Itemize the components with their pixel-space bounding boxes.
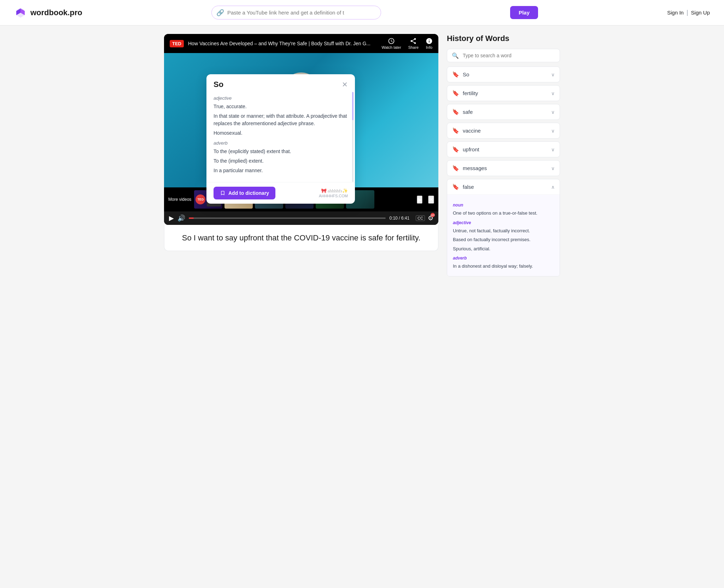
video-top-bar: TED How Vaccines Are Developed – and Why… [164, 34, 438, 53]
main-layout: TED How Vaccines Are Developed – and Why… [150, 25, 574, 288]
word-label-safe: safe [463, 109, 473, 115]
word-item-fertility: 🔖 fertility ∨ [447, 85, 560, 101]
false-expand-body: noun One of two options on a true-or-fal… [447, 195, 560, 276]
false-def-adj-2: Based on factually incorrect premises. [453, 236, 554, 243]
popup-body: adjective True, accurate. In that state … [206, 92, 355, 182]
word-item-upfront-header[interactable]: 🔖 upfront ∨ [447, 142, 560, 157]
word-item-vaccine-header[interactable]: 🔖 vaccine ∨ [447, 123, 560, 138]
word-label-vaccine: vaccine [463, 128, 481, 134]
popup-close-button[interactable]: ✕ [342, 80, 348, 89]
word-label-upfront: upfront [463, 146, 479, 152]
clock-icon [388, 37, 395, 45]
word-item-safe-header[interactable]: 🔖 safe ∨ [447, 104, 560, 120]
info-button[interactable]: Info [426, 37, 433, 50]
settings-button[interactable]: ⚙ HD [428, 214, 433, 222]
play-pause-button[interactable]: ▶ [169, 214, 174, 222]
watch-later-button[interactable]: Watch later [381, 37, 401, 50]
settings-badge: HD [431, 213, 435, 217]
word-label-messages: messages [463, 165, 487, 171]
video-title: How Vaccines Are Developed – and Why The… [188, 41, 377, 46]
link-icon: 🔗 [216, 9, 224, 17]
ted-badge: TED [170, 40, 184, 47]
auth-divider: | [687, 9, 688, 16]
logo-icon [14, 6, 27, 19]
false-noun-section: noun One of two options on a true-or-fal… [453, 203, 554, 217]
watermark-url: AHHHHFS.COM [319, 194, 348, 198]
word-label-so: So [463, 71, 469, 77]
chevron-messages: ∨ [551, 165, 555, 171]
word-label-fertility: fertility [463, 90, 478, 96]
info-icon [426, 37, 433, 45]
video-controls: ▶ 🔊 0:10 / 6:41 CC ⚙ HD [164, 211, 438, 225]
chevron-so: ∨ [551, 72, 555, 77]
volume-button[interactable]: 🔊 [177, 214, 185, 222]
def-text-1: True, accurate. [214, 103, 348, 110]
watermark-brand: 🎀 ahhhhfs✨ [319, 188, 348, 194]
progress-fill [189, 217, 194, 219]
false-pos-adj: adjective [453, 220, 554, 225]
false-def-adj-1: Untrue, not factual, factually incorrect… [453, 227, 554, 234]
youtube-link-input[interactable] [211, 6, 381, 19]
word-item-so: 🔖 So ∨ [447, 66, 560, 82]
logo-text: wordbook.pro [30, 8, 82, 17]
word-item-vaccine: 🔖 vaccine ∨ [447, 123, 560, 139]
word-item-so-header[interactable]: 🔖 So ∨ [447, 67, 560, 82]
search-icon: 🔍 [452, 52, 459, 59]
def-text-6: In a particular manner. [214, 167, 348, 174]
word-search-input[interactable] [447, 49, 560, 62]
subtitle-text: So I want to say upfront that the COVID-… [173, 232, 430, 244]
bookmark-icon-upfront: 🔖 [452, 146, 459, 153]
close-more-videos[interactable]: ✕ [428, 196, 434, 204]
sign-in-link[interactable]: Sign In [667, 10, 684, 16]
false-pos-adv: adverb [453, 256, 554, 261]
right-controls: CC ⚙ HD [416, 214, 433, 222]
word-item-false-header[interactable]: 🔖 false ∧ [447, 179, 560, 195]
false-def-noun-1: One of two options on a true-or-false te… [453, 210, 554, 217]
progress-bar[interactable] [189, 217, 386, 219]
history-title: History of Words [447, 34, 560, 43]
bookmark-icon-vaccine: 🔖 [452, 127, 459, 134]
bookmark-icon-false: 🔖 [452, 184, 459, 190]
video-container: TED How Vaccines Are Developed – and Why… [164, 34, 438, 225]
def-text-5: To the (implied) extent. [214, 157, 348, 165]
subtitle-bar: So I want to say upfront that the COVID-… [164, 225, 438, 251]
info-label: Info [426, 45, 432, 50]
false-adv-section: adverb In a dishonest and disloyal way; … [453, 256, 554, 270]
video-actions: Watch later Share Info [381, 37, 433, 50]
play-button[interactable]: Play [510, 6, 538, 19]
word-item-messages-header[interactable]: 🔖 messages ∨ [447, 161, 560, 176]
cc-button[interactable]: CC [416, 215, 425, 221]
video-panel: TED How Vaccines Are Developed – and Why… [164, 34, 438, 279]
false-pos-noun: noun [453, 203, 554, 208]
watch-later-label: Watch later [381, 45, 401, 50]
app-header: wordbook.pro 🔗 Play Sign In | Sign Up [0, 0, 724, 25]
word-item-upfront: 🔖 upfront ∨ [447, 141, 560, 157]
false-def-adj-3: Spurious, artificial. [453, 245, 554, 252]
scrollbar-track [352, 92, 354, 182]
word-item-false: 🔖 false ∧ noun One of two options on a t… [447, 179, 560, 276]
auth-area: Sign In | Sign Up [667, 9, 710, 16]
time-display: 0:10 / 6:41 [389, 216, 409, 221]
bookmark-icon-so: 🔖 [452, 71, 459, 78]
def-text-2: In that state or manner; with that attri… [214, 112, 348, 127]
word-item-fertility-header[interactable]: 🔖 fertility ∨ [447, 86, 560, 101]
word-label-false: false [463, 184, 474, 190]
share-button[interactable]: Share [408, 37, 419, 50]
chevron-safe: ∨ [551, 109, 555, 115]
scrollbar-thumb [352, 92, 354, 120]
popup-word: So [214, 80, 223, 89]
add-to-dictionary-button[interactable]: Add to dictionary [214, 187, 275, 199]
share-label: Share [408, 45, 419, 50]
popup-header: So ✕ [206, 74, 355, 92]
bookmark-icon-fertility: 🔖 [452, 90, 459, 97]
bookmark-icon-safe: 🔖 [452, 109, 459, 115]
more-videos-next[interactable]: ▶ [417, 196, 422, 204]
sign-up-link[interactable]: Sign Up [691, 10, 710, 16]
logo[interactable]: wordbook.pro [14, 6, 82, 19]
share-icon [410, 37, 417, 45]
sidebar-search-area: 🔍 [447, 49, 560, 62]
word-item-messages: 🔖 messages ∨ [447, 160, 560, 176]
sidebar: History of Words 🔍 🔖 So ∨ 🔖 fertility [447, 34, 560, 279]
word-item-safe: 🔖 safe ∨ [447, 104, 560, 120]
youtube-link-search: 🔗 [211, 6, 381, 19]
